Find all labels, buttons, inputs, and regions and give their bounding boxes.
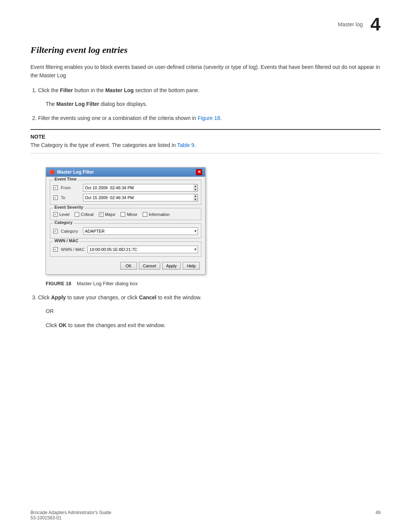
- step-3: Click Apply to save your changes, or cli…: [38, 293, 381, 302]
- steps-list-2: Filter the events using one or a combina…: [38, 114, 381, 122]
- to-datetime-input[interactable]: [83, 194, 193, 201]
- critical-checkbox[interactable]: [75, 212, 79, 217]
- to-label: To: [61, 195, 80, 200]
- dialog-titlebar-left: 🔴 Master Log Filter: [49, 169, 94, 175]
- to-checkbox[interactable]: [53, 195, 58, 200]
- step3-apply-bold: Apply: [51, 294, 66, 300]
- ok-bold: OK: [59, 322, 67, 328]
- category-section: Category Category ADAPTER ▼: [50, 223, 201, 238]
- or-text: OR: [46, 307, 381, 315]
- event-severity-label: Event Severity: [53, 205, 84, 209]
- wwn-mac-row: WWN / MAC 10:00:00:05:1E:BD:21:7C ▼: [53, 246, 198, 253]
- figure-caption-text: Master Log Filter dialog box: [73, 281, 138, 286]
- information-label: Information: [149, 212, 170, 217]
- severity-checkboxes-row: Level Critical Major Minor: [53, 212, 198, 217]
- wwn-mac-select-wrapper: 10:00:00:05:1E:BD:21:7C ▼: [88, 246, 198, 253]
- step-2: Filter the events using one or a combina…: [38, 114, 381, 122]
- figure-caption: FIGURE 18 Master Log Filter dialog box: [46, 281, 381, 286]
- header-title: Master log: [338, 21, 363, 27]
- apply-button[interactable]: Apply: [162, 262, 181, 270]
- to-row: To ▲ ▼: [53, 194, 198, 201]
- footer-left: Brocade Adapters Administrator's Guide 5…: [30, 510, 111, 521]
- dialog-screenshot: 🔴 Master Log Filter ✕ Event Time From: [46, 167, 206, 275]
- dialog-buttons-row: OK Cancel Apply Help: [50, 260, 201, 271]
- figure-label: FIGURE 18: [46, 281, 71, 286]
- to-input-wrapper: ▲ ▼: [83, 194, 198, 201]
- ok-instruction: Click OK to save the changes and exit th…: [46, 321, 381, 329]
- chapter-title: Filtering event log entries: [30, 45, 381, 55]
- minor-checkbox[interactable]: [121, 212, 125, 217]
- category-select[interactable]: ADAPTER: [83, 227, 198, 235]
- note-box: NOTE The Category is the type of event. …: [30, 129, 381, 153]
- dialog-close-button[interactable]: ✕: [196, 169, 202, 175]
- dialog-body: Event Time From ▲ ▼: [46, 177, 205, 274]
- to-spinner-up[interactable]: ▲: [193, 194, 198, 198]
- from-datetime-input[interactable]: [83, 184, 193, 192]
- intro-paragraph: Event filtering enables you to block eve…: [30, 63, 381, 80]
- from-label: From: [61, 185, 80, 190]
- level-checkbox[interactable]: [53, 212, 58, 217]
- step3-cancel-bold: Cancel: [139, 294, 156, 300]
- critical-label: Critical: [81, 212, 94, 217]
- indented-dialog-text: The Master Log Filter dialog box display…: [46, 100, 381, 108]
- category-checkbox[interactable]: [53, 229, 58, 233]
- help-button[interactable]: Help: [183, 262, 200, 270]
- minor-checkbox-item: Minor: [121, 212, 137, 217]
- dialog-name-bold: Master Log Filter: [56, 101, 99, 107]
- major-checkbox-item: Major: [99, 212, 116, 217]
- information-checkbox[interactable]: [143, 212, 147, 217]
- major-label: Major: [105, 212, 116, 217]
- wwn-mac-select[interactable]: 10:00:00:05:1E:BD:21:7C: [88, 246, 198, 253]
- table-9-link[interactable]: Table 9: [177, 142, 194, 148]
- category-row: Category ADAPTER ▼: [53, 227, 198, 235]
- dialog-title-text: Master Log Filter: [57, 169, 94, 175]
- steps-list-3: Click Apply to save your changes, or cli…: [38, 293, 381, 302]
- from-checkbox[interactable]: [53, 185, 58, 190]
- wwn-mac-section-label: WWN / MAC: [53, 238, 80, 243]
- ok-button[interactable]: OK: [120, 262, 137, 270]
- minor-label: Minor: [127, 212, 137, 217]
- wwn-mac-checkbox[interactable]: [53, 247, 58, 252]
- steps-list: Click the Filter button in the Master Lo…: [38, 86, 381, 94]
- figure-18-link[interactable]: Figure 18: [198, 115, 220, 121]
- page-number: 4: [370, 15, 381, 34]
- category-select-wrapper: ADAPTER ▼: [83, 227, 198, 235]
- page-footer: Brocade Adapters Administrator's Guide 5…: [30, 510, 381, 521]
- from-spinner-up[interactable]: ▲: [193, 184, 198, 188]
- step1-bold1: Filter: [60, 87, 73, 93]
- category-field-label: Category: [61, 229, 80, 233]
- wwn-mac-section: WWN / MAC WWN / MAC 10:00:00:05:1E:BD:21…: [50, 241, 201, 257]
- from-spinner[interactable]: ▲ ▼: [193, 184, 198, 192]
- major-checkbox[interactable]: [99, 212, 104, 217]
- note-text: The Category is the type of event. The c…: [30, 141, 381, 149]
- dialog-title-icon: 🔴: [49, 169, 55, 175]
- event-severity-section: Event Severity Level Critical Major: [50, 208, 201, 220]
- level-checkbox-item: Level: [53, 212, 69, 217]
- category-section-label: Category: [53, 220, 74, 225]
- footer-doc-number: 53-1001583-01: [30, 515, 111, 521]
- to-spinner[interactable]: ▲ ▼: [193, 194, 198, 201]
- cancel-button[interactable]: Cancel: [139, 262, 160, 270]
- note-label: NOTE: [30, 134, 381, 140]
- step-1: Click the Filter button in the Master Lo…: [38, 86, 381, 94]
- master-log-filter-dialog[interactable]: 🔴 Master Log Filter ✕ Event Time From: [46, 167, 206, 275]
- dialog-titlebar: 🔴 Master Log Filter ✕: [46, 168, 205, 177]
- from-spinner-down[interactable]: ▼: [193, 188, 198, 191]
- wwn-mac-field-label: WWN / MAC: [61, 247, 84, 252]
- from-row: From ▲ ▼: [53, 184, 198, 192]
- footer-guide-title: Brocade Adapters Administrator's Guide: [30, 510, 111, 515]
- to-spinner-down[interactable]: ▼: [193, 198, 198, 201]
- footer-page-number: 49: [376, 510, 381, 521]
- step1-bold2: Master Log: [105, 87, 134, 93]
- information-checkbox-item: Information: [143, 212, 170, 217]
- critical-checkbox-item: Critical: [75, 212, 94, 217]
- level-label: Level: [59, 212, 69, 217]
- event-time-section: Event Time From ▲ ▼: [50, 180, 201, 205]
- event-time-label: Event Time: [53, 177, 78, 181]
- from-input-wrapper: ▲ ▼: [83, 184, 198, 192]
